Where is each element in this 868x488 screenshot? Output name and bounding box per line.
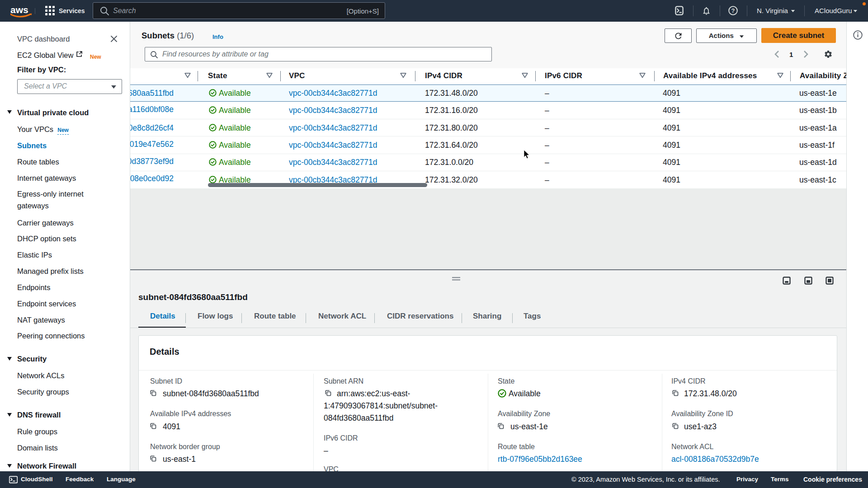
svg-text:aws: aws [10, 5, 28, 15]
svg-text:?: ? [731, 7, 735, 14]
